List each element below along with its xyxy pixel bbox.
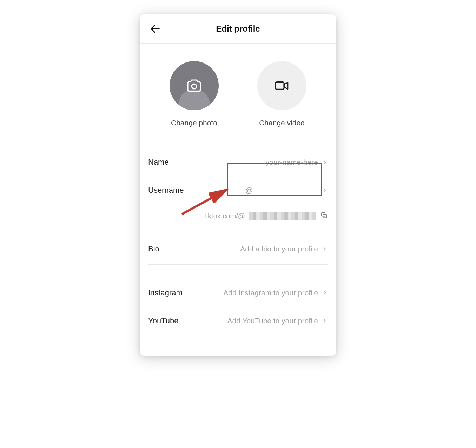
username-row[interactable]: Username @ bbox=[148, 176, 328, 204]
profile-url-row: tiktok.com/@ bbox=[148, 204, 328, 231]
instagram-row[interactable]: Instagram Add Instagram to your profile bbox=[148, 279, 328, 307]
video-icon bbox=[273, 77, 291, 94]
username-value: @ bbox=[245, 186, 328, 195]
copy-icon bbox=[320, 211, 328, 219]
change-video-label: Change video bbox=[259, 119, 305, 127]
camera-icon bbox=[186, 77, 203, 94]
change-photo-button[interactable]: Change photo bbox=[170, 61, 219, 127]
youtube-row[interactable]: YouTube Add YouTube to your profile bbox=[148, 307, 328, 335]
back-arrow-icon bbox=[149, 23, 161, 35]
chevron-right-icon bbox=[322, 290, 328, 296]
instagram-label: Instagram bbox=[148, 288, 183, 297]
media-row: Change photo Change video bbox=[140, 44, 336, 134]
page-title: Edit profile bbox=[216, 24, 260, 34]
youtube-placeholder: Add YouTube to your profile bbox=[227, 317, 318, 325]
chevron-right-icon bbox=[322, 187, 328, 193]
youtube-label: YouTube bbox=[148, 316, 178, 325]
name-row[interactable]: Name your-name-here bbox=[148, 148, 328, 176]
bio-value: Add a bio to your profile bbox=[240, 245, 328, 253]
instagram-placeholder: Add Instagram to your profile bbox=[223, 289, 318, 297]
youtube-value: Add YouTube to your profile bbox=[227, 317, 328, 325]
chevron-right-icon bbox=[322, 318, 328, 324]
fields-section: Name your-name-here Username @ bbox=[140, 134, 336, 356]
name-value: your-name-here bbox=[266, 158, 328, 166]
back-button[interactable] bbox=[148, 22, 162, 36]
divider bbox=[148, 264, 328, 265]
bio-row[interactable]: Bio Add a bio to your profile bbox=[148, 235, 328, 263]
username-label: Username bbox=[148, 186, 184, 195]
bio-label: Bio bbox=[148, 244, 159, 253]
copy-url-button[interactable] bbox=[320, 211, 328, 221]
header-bar: Edit profile bbox=[140, 14, 336, 44]
svg-marker-3 bbox=[284, 83, 287, 89]
bio-placeholder: Add a bio to your profile bbox=[240, 245, 318, 253]
profile-url-obscured bbox=[249, 212, 316, 220]
instagram-value: Add Instagram to your profile bbox=[223, 289, 328, 297]
change-photo-label: Change photo bbox=[171, 119, 217, 127]
change-video-button[interactable]: Change video bbox=[257, 61, 306, 127]
profile-url-prefix: tiktok.com/@ bbox=[204, 212, 245, 220]
chevron-right-icon bbox=[322, 246, 328, 252]
edit-profile-screen: Edit profile Change photo Change video bbox=[140, 14, 336, 356]
name-label: Name bbox=[148, 158, 169, 167]
profile-video-avatar bbox=[257, 61, 306, 110]
username-text: @ bbox=[245, 186, 253, 195]
svg-rect-2 bbox=[275, 82, 284, 90]
svg-point-1 bbox=[192, 84, 197, 89]
name-text: your-name-here bbox=[266, 158, 318, 166]
chevron-right-icon bbox=[322, 159, 328, 165]
profile-photo-avatar bbox=[170, 61, 219, 110]
